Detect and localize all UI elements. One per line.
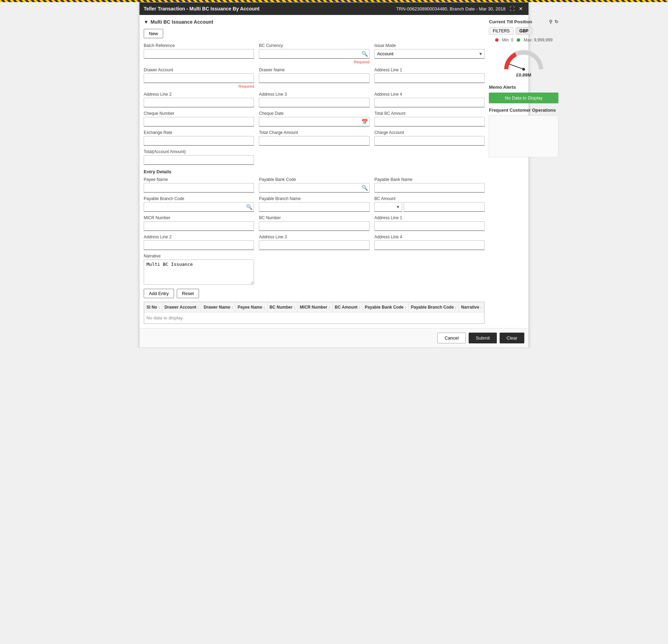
- col-si-no[interactable]: SI No↕: [144, 302, 162, 312]
- gauge-svg: [503, 47, 544, 71]
- drawer-account-required: Required: [144, 84, 254, 88]
- payee-name-input[interactable]: [144, 183, 254, 193]
- cheque-number-input[interactable]: [144, 117, 254, 127]
- refresh-icon[interactable]: ↻: [555, 19, 558, 24]
- frequent-ops-title: Frequent Customer Operations: [489, 108, 558, 113]
- drawer-account-input[interactable]: [144, 73, 254, 83]
- entry-address-line1-group: Address Line 1: [374, 215, 485, 231]
- total-bc-amount-input: GBP 0.00: [374, 117, 485, 127]
- entry-address-line3-input[interactable]: [259, 240, 369, 250]
- col-drawer-name[interactable]: Drawer Name↕: [201, 302, 236, 312]
- col-bc-amount[interactable]: BC Amount↕: [333, 302, 363, 312]
- bc-currency-search-icon[interactable]: 🔍: [361, 51, 368, 57]
- drawer-account-label: Drawer Account: [144, 67, 254, 72]
- drawer-name-group: Drawer Name: [259, 67, 369, 88]
- entry-address-line3-group: Address Line 3: [259, 234, 369, 250]
- entry-address-line4-input[interactable]: [374, 240, 485, 250]
- add-entry-button[interactable]: Add Entry: [144, 289, 174, 298]
- submit-button[interactable]: Submit: [469, 333, 496, 343]
- micr-number-input[interactable]: [144, 221, 254, 231]
- payable-branch-name-group: Payable Branch Name: [259, 196, 369, 212]
- cheque-date-calendar-icon[interactable]: 📅: [361, 119, 368, 125]
- close-icon[interactable]: ✕: [517, 5, 524, 12]
- col-micr-number[interactable]: MICR Number↕: [297, 302, 332, 312]
- payable-bank-code-input[interactable]: [259, 183, 369, 193]
- exchange-rate-input[interactable]: [144, 136, 254, 146]
- col-bc-number[interactable]: BC Number↕: [267, 302, 297, 312]
- address-line4-input[interactable]: [374, 98, 485, 108]
- payable-bank-code-label: Payable Bank Code: [259, 177, 369, 182]
- bc-number-label: BC Number: [259, 215, 369, 220]
- issue-mode-select[interactable]: Account Cash: [374, 49, 485, 59]
- entry-address-line2-input[interactable]: [144, 240, 254, 250]
- address-line2-input[interactable]: [144, 98, 254, 108]
- reset-button[interactable]: Reset: [177, 289, 199, 298]
- collapse-chevron[interactable]: ▼: [144, 19, 149, 25]
- col-payable-bank-code[interactable]: Payable Bank Code↕: [363, 302, 408, 312]
- sort-si-no-icon: ↕: [158, 305, 160, 309]
- filter-icon[interactable]: ⚲: [549, 19, 552, 24]
- col-payable-branch-code[interactable]: Payable Branch Code↕: [408, 302, 459, 312]
- batch-reference-input[interactable]: [144, 49, 254, 59]
- exchange-rate-group: Exchange Rate: [144, 130, 254, 146]
- entry-actions: Add Entry Reset: [144, 289, 485, 298]
- cheque-date-label: Cheque Date: [259, 111, 369, 116]
- address-line1-input[interactable]: [374, 73, 485, 83]
- cancel-button[interactable]: Cancel: [437, 333, 466, 343]
- drawer-account-group: Drawer Account Required: [144, 67, 254, 88]
- bc-number-input[interactable]: [259, 221, 369, 231]
- narrative-textarea[interactable]: Multi BC Issuance: [144, 260, 254, 285]
- col-drawer-account[interactable]: Drawer Account↕: [162, 302, 201, 312]
- gauge-value: £0.89M: [489, 72, 558, 78]
- svg-line-0: [509, 64, 524, 69]
- total-bc-amount-group: Total BC Amount GBP 0.00: [374, 111, 485, 127]
- entry-details-title: Entry Details: [144, 169, 485, 174]
- payable-branch-name-input[interactable]: [259, 202, 369, 212]
- sort-micr-number-icon: ↕: [328, 305, 330, 309]
- resize-icon[interactable]: ⛶: [508, 5, 516, 12]
- bc-currency-input[interactable]: [259, 49, 369, 59]
- charge-account-input[interactable]: [374, 136, 485, 146]
- narrative-group: Narrative Multi BC Issuance: [144, 254, 254, 285]
- payee-name-group: Payee Name: [144, 177, 254, 193]
- cheque-number-group: Cheque Number: [144, 111, 254, 127]
- total-account-amount-group: Total(Account Amount) GBP 0.00: [144, 149, 254, 165]
- entry-address-line4-group: Address Line 4: [374, 234, 485, 250]
- narrative-label: Narrative: [144, 254, 254, 259]
- cheque-number-label: Cheque Number: [144, 111, 254, 116]
- window-title: Teller Transaction - Multi BC Issuance B…: [144, 6, 260, 11]
- entry-address-line1-input[interactable]: [374, 221, 485, 231]
- total-charge-amount-group: Total Charge Amount GBP 0.00: [259, 130, 369, 146]
- sort-drawer-name-icon: ↕: [231, 305, 233, 309]
- clear-button[interactable]: Clear: [500, 333, 524, 343]
- min-dot-icon: [495, 38, 499, 42]
- charge-account-group: Charge Account: [374, 130, 485, 146]
- sort-payable-branch-code-icon: ↕: [455, 305, 456, 309]
- cheque-date-input[interactable]: [259, 117, 369, 127]
- address-line3-label: Address Line 3: [259, 92, 369, 97]
- payable-bank-name-input[interactable]: [374, 183, 485, 193]
- bc-amount-input[interactable]: [404, 202, 485, 212]
- payable-branch-code-input[interactable]: [144, 202, 254, 212]
- bc-amount-currency-select[interactable]: GBP: [374, 202, 402, 212]
- exchange-rate-label: Exchange Rate: [144, 130, 254, 135]
- payable-bank-name-label: Payable Bank Name: [374, 177, 485, 182]
- address-line4-group: Address Line 4: [374, 92, 485, 108]
- drawer-name-input[interactable]: [259, 73, 369, 83]
- currency-button[interactable]: GBP: [516, 27, 532, 35]
- payable-branch-code-search-icon[interactable]: 🔍: [246, 204, 253, 210]
- payable-bank-code-search-icon[interactable]: 🔍: [361, 185, 368, 191]
- col-payee-name[interactable]: Payee Name↕: [235, 302, 267, 312]
- address-line3-input[interactable]: [259, 98, 369, 108]
- entry-address-line2-group: Address Line 2: [144, 234, 254, 250]
- entry-address-line4-label: Address Line 4: [374, 234, 485, 239]
- address-line1-group: Address Line 1: [374, 67, 485, 88]
- issue-mode-label: Issue Mode: [374, 43, 485, 48]
- col-narrative[interactable]: Narrative↕: [459, 302, 484, 312]
- total-bc-amount-label: Total BC Amount: [374, 111, 485, 116]
- frequent-ops-area: [489, 116, 558, 157]
- filters-button[interactable]: FILTERS: [489, 27, 513, 35]
- new-button[interactable]: New: [144, 29, 163, 38]
- total-charge-amount-input: GBP 0.00: [259, 136, 369, 146]
- gauge-legend: Min: 0 Max: 9,999,999: [489, 38, 558, 42]
